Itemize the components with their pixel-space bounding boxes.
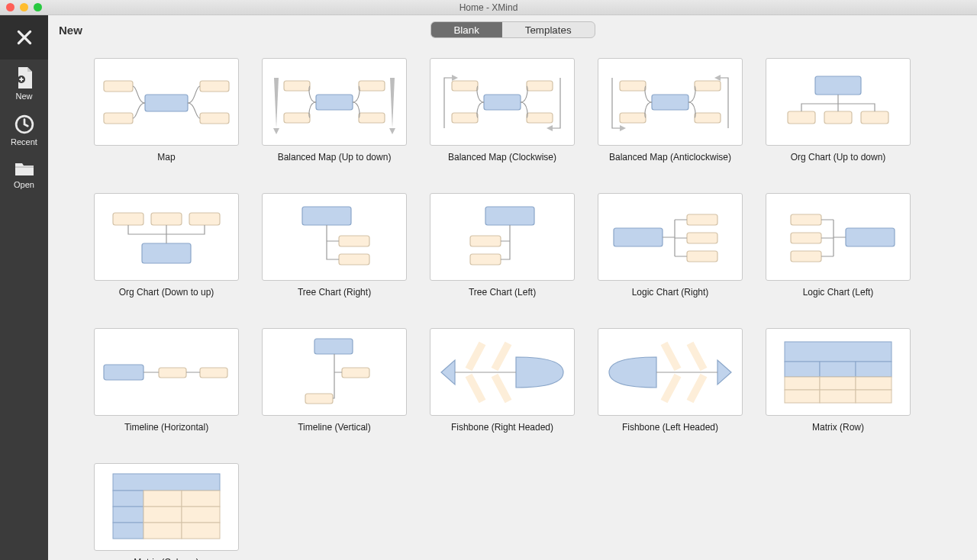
svg-rect-45 <box>339 254 369 265</box>
template-label: Balanced Map (Anticlockwise) <box>598 152 743 163</box>
template-balanced-acw[interactable]: Balanced Map (Anticlockwise) <box>598 58 743 163</box>
svg-rect-21 <box>484 95 521 110</box>
template-logic-right[interactable]: Logic Chart (Right) <box>598 193 743 298</box>
template-org-du[interactable]: Org Chart (Down to up) <box>94 193 239 298</box>
template-timeline-h[interactable]: Timeline (Horizontal) <box>94 328 239 433</box>
template-gallery: Map <box>94 58 931 560</box>
template-thumb <box>94 328 239 416</box>
svg-line-68 <box>495 375 508 401</box>
template-timeline-v[interactable]: Timeline (Vertical) <box>262 328 407 433</box>
template-thumb <box>598 58 743 146</box>
template-gallery-scroll[interactable]: Map <box>48 44 977 560</box>
svg-rect-93 <box>143 523 182 539</box>
svg-rect-29 <box>620 81 646 91</box>
svg-rect-7 <box>145 95 188 111</box>
template-org-ud[interactable]: Org Chart (Up to down) <box>766 58 911 163</box>
template-label: Logic Chart (Left) <box>766 287 911 298</box>
svg-rect-86 <box>113 491 143 507</box>
svg-rect-39 <box>113 213 143 225</box>
template-matrix-row[interactable]: Matrix (Row) <box>766 328 911 433</box>
svg-rect-84 <box>856 390 892 403</box>
svg-rect-79 <box>785 377 820 390</box>
sidebar: New Recent Open <box>0 15 48 560</box>
close-button[interactable] <box>0 15 48 60</box>
template-fish-left[interactable]: Fishbone (Left Headed) <box>598 328 743 433</box>
template-thumb <box>94 463 239 551</box>
template-balanced-ud[interactable]: Balanced Map (Up to down) <box>262 58 407 163</box>
template-matrix-col[interactable]: Matrix (Column) <box>94 463 239 560</box>
template-label: Map <box>94 152 239 163</box>
template-tree-left[interactable]: Tree Chart (Left) <box>430 193 575 298</box>
svg-rect-8 <box>104 81 133 92</box>
svg-marker-20 <box>389 128 395 134</box>
svg-rect-62 <box>305 394 333 404</box>
svg-marker-26 <box>452 75 458 81</box>
template-label: Balanced Map (Clockwise) <box>430 152 575 163</box>
svg-rect-14 <box>284 113 310 123</box>
svg-rect-4 <box>19 79 23 80</box>
svg-rect-16 <box>359 113 385 123</box>
svg-line-67 <box>469 375 482 401</box>
svg-rect-83 <box>820 390 856 403</box>
svg-line-72 <box>664 343 678 369</box>
template-label: Timeline (Horizontal) <box>94 422 239 433</box>
svg-rect-12 <box>316 95 353 110</box>
svg-rect-94 <box>182 523 220 539</box>
svg-rect-32 <box>695 113 721 123</box>
template-label: Matrix (Column) <box>94 557 239 560</box>
svg-rect-42 <box>142 243 191 263</box>
topbar: New Blank Templates <box>48 15 977 44</box>
titlebar: Home - XMind <box>0 0 977 15</box>
svg-rect-76 <box>785 362 820 377</box>
folder-icon <box>15 160 34 177</box>
svg-rect-53 <box>846 228 895 246</box>
template-label: Org Chart (Down to up) <box>94 287 239 298</box>
close-icon <box>15 27 34 47</box>
svg-rect-10 <box>200 81 229 92</box>
svg-line-65 <box>469 343 482 369</box>
tab-templates[interactable]: Templates <box>502 22 595 37</box>
svg-rect-28 <box>652 95 688 110</box>
template-map[interactable]: Map <box>94 58 239 163</box>
sidebar-item-open[interactable]: Open <box>0 153 48 195</box>
tab-blank[interactable]: Blank <box>430 22 501 37</box>
sidebar-item-recent[interactable]: Recent <box>0 107 48 153</box>
svg-rect-43 <box>302 207 351 225</box>
svg-rect-25 <box>527 113 553 123</box>
svg-line-66 <box>495 343 508 369</box>
svg-rect-50 <box>687 214 717 225</box>
svg-rect-52 <box>687 251 717 262</box>
svg-rect-89 <box>143 491 182 507</box>
template-fish-right[interactable]: Fishbone (Right Headed) <box>430 328 575 433</box>
template-thumb <box>598 328 743 416</box>
svg-marker-63 <box>441 360 455 385</box>
svg-rect-80 <box>820 377 856 390</box>
svg-rect-22 <box>452 81 478 91</box>
svg-rect-77 <box>820 362 856 377</box>
svg-marker-33 <box>620 125 626 131</box>
template-logic-left[interactable]: Logic Chart (Left) <box>766 193 911 298</box>
svg-rect-35 <box>815 76 861 95</box>
template-tree-right[interactable]: Tree Chart (Right) <box>262 193 407 298</box>
svg-line-71 <box>690 343 704 369</box>
template-thumb <box>766 193 911 281</box>
svg-rect-88 <box>113 523 143 539</box>
template-thumb <box>262 328 407 416</box>
template-label: Fishbone (Right Headed) <box>430 422 575 433</box>
template-balanced-cw[interactable]: Balanced Map (Clockwise) <box>430 58 575 163</box>
svg-rect-9 <box>104 113 133 124</box>
svg-rect-24 <box>527 81 553 91</box>
svg-marker-34 <box>714 75 721 81</box>
svg-rect-41 <box>189 213 220 225</box>
svg-rect-54 <box>791 214 821 225</box>
svg-rect-56 <box>791 251 821 262</box>
clock-icon <box>15 114 34 134</box>
sidebar-item-label: Recent <box>11 137 37 146</box>
page-heading: New <box>59 24 82 37</box>
sidebar-item-new[interactable]: New <box>0 60 48 107</box>
svg-rect-82 <box>785 390 820 403</box>
svg-rect-58 <box>159 368 186 378</box>
template-thumb <box>430 193 575 281</box>
template-thumb <box>94 58 239 146</box>
template-thumb <box>766 58 911 146</box>
